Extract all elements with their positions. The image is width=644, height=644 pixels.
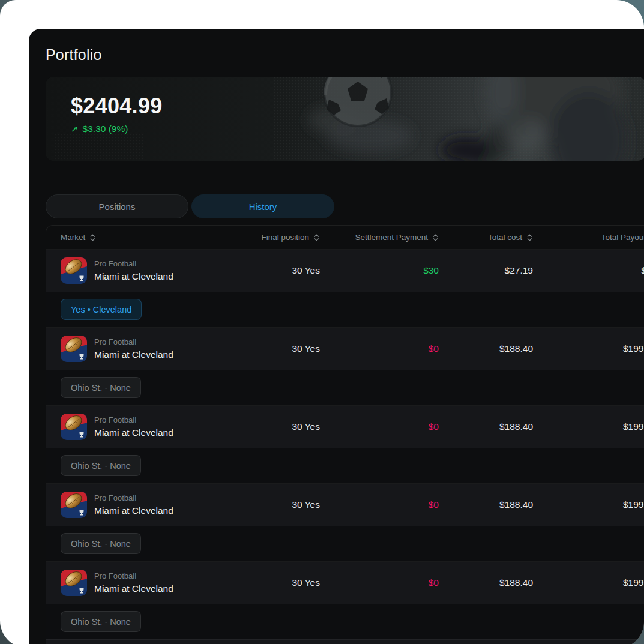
market-name: Miami at Cleveland	[94, 582, 173, 595]
total-cost-value: $188.40	[439, 577, 533, 588]
column-label: Final position	[261, 233, 309, 242]
market-name: Miami at Cleveland	[94, 504, 173, 517]
tab-positions[interactable]: Positions	[46, 194, 188, 218]
final-position-value: 30 Yes	[236, 265, 320, 276]
total-payout-value: $199.40	[533, 421, 644, 432]
final-position-value: 30 Yes	[236, 421, 320, 432]
outcome-badge[interactable]: Ohio St. - None	[61, 611, 141, 632]
history-table: Market Final position Settlement Payment…	[46, 225, 644, 644]
settlement-payment-value: $0	[320, 577, 439, 588]
history-row-group: Pro Football Miami at Cleveland 30 Yes $…	[46, 561, 644, 639]
market-name: Miami at Cleveland	[94, 348, 173, 361]
history-row-group: Pro Football Miami at Cleveland 30 Yes $…	[46, 327, 644, 405]
total-payout-value: $199.40	[533, 499, 644, 510]
market-cell: Pro Football Miami at Cleveland	[46, 492, 236, 518]
pro-football-icon	[61, 570, 87, 596]
trend-up-arrow-icon: ↗	[71, 125, 79, 134]
total-cost-value: $188.40	[439, 421, 533, 432]
table-row[interactable]: Pro Football Miami at Cleveland 30 Yes $…	[46, 562, 644, 604]
settlement-payment-value: $0	[320, 499, 439, 510]
column-header-final-position[interactable]: Final position	[236, 233, 320, 242]
history-row-group: Pro Football Miami at Cleveland 30 Yes $…	[46, 405, 644, 483]
settlement-payment-value: $0	[320, 421, 439, 432]
market-category: Pro Football	[94, 415, 173, 425]
market-cell: Pro Football Miami at Cleveland	[46, 336, 236, 362]
total-cost-value: $188.40	[439, 343, 533, 354]
market-text: Pro Football Miami at Cleveland	[94, 571, 173, 595]
outcome-badge[interactable]: Ohio St. - None	[61, 455, 141, 476]
total-payout-value: $199.40	[533, 343, 644, 354]
outcome-badge[interactable]: Ohio St. - None	[61, 533, 141, 554]
history-row-group: Pro Football Miami at Cleveland 30 Yes $…	[46, 483, 644, 561]
market-text: Pro Football Miami at Cleveland	[94, 493, 173, 517]
market-text: Pro Football Miami at Cleveland	[94, 415, 173, 439]
sort-icon	[432, 233, 439, 242]
market-text: Pro Football Miami at Cleveland	[94, 337, 173, 361]
balance-change-value: $3.30 (9%)	[83, 124, 128, 134]
market-cell: Pro Football Miami at Cleveland	[46, 414, 236, 440]
app-window: Portfolio	[0, 0, 644, 644]
final-position-value: 30 Yes	[236, 343, 320, 354]
table-row[interactable]: Pro Football Miami at Cleveland 30 Yes $…	[46, 328, 644, 370]
table-body: Pro Football Miami at Cleveland 30 Yes $…	[46, 250, 644, 639]
column-header-market[interactable]: Market	[46, 233, 236, 242]
portfolio-panel: Portfolio	[29, 29, 644, 644]
history-row-group: Pro Football Miami at Cleveland 30 Yes $…	[46, 250, 644, 327]
sort-icon	[313, 233, 320, 242]
pro-football-icon	[61, 257, 87, 284]
tab-history[interactable]: History	[191, 194, 334, 218]
pro-football-icon	[61, 492, 87, 518]
market-cell: Pro Football Miami at Cleveland	[46, 570, 236, 596]
table-row[interactable]: Pro Football Miami at Cleveland 30 Yes $…	[46, 406, 644, 448]
table-header: Market Final position Settlement Payment…	[46, 226, 644, 250]
market-category: Pro Football	[94, 571, 173, 581]
column-header-settlement-payment[interactable]: Settlement Payment	[320, 233, 439, 242]
column-header-total-payout[interactable]: Total Payout	[533, 233, 644, 242]
sort-icon	[526, 233, 533, 242]
column-label: Market	[61, 233, 85, 242]
column-label: Total cost	[488, 233, 522, 242]
outcome-row: Ohio St. - None	[46, 370, 644, 405]
column-label: Settlement Payment	[355, 233, 428, 242]
final-position-value: 30 Yes	[236, 499, 320, 510]
outcome-row: Ohio St. - None	[46, 448, 644, 483]
market-category: Pro Football	[94, 259, 173, 269]
sort-icon	[89, 233, 96, 242]
balance-change: ↗ $3.30 (9%)	[71, 124, 644, 134]
pro-football-icon	[61, 414, 87, 440]
settlement-payment-value: $30	[320, 265, 439, 276]
market-name: Miami at Cleveland	[94, 270, 173, 283]
pro-football-icon	[61, 336, 87, 362]
total-payout-value: $199.40	[533, 577, 644, 588]
balance-banner: $2404.99 ↗ $3.30 (9%)	[46, 77, 644, 161]
portfolio-tabs: Positions History	[46, 194, 644, 218]
outcome-row: Ohio St. - None	[46, 604, 644, 639]
total-cost-value: $27.19	[439, 265, 533, 276]
table-row[interactable]: Pro Football Miami at Cleveland 30 Yes $…	[46, 484, 644, 526]
outcome-row: Ohio St. - None	[46, 526, 644, 561]
market-category: Pro Football	[94, 337, 173, 347]
market-name: Miami at Cleveland	[94, 426, 173, 439]
settlement-payment-value: $0	[320, 343, 439, 354]
next-row-clipped	[46, 639, 644, 644]
total-payout-value: $30	[533, 265, 644, 276]
outcome-badge[interactable]: Yes • Cleveland	[61, 299, 142, 320]
market-category: Pro Football	[94, 493, 173, 503]
column-header-total-cost[interactable]: Total cost	[439, 233, 533, 242]
outcome-badge[interactable]: Ohio St. - None	[61, 377, 141, 398]
outcome-row: Yes • Cleveland	[46, 292, 644, 327]
balance-amount: $2404.99	[71, 94, 644, 119]
table-row[interactable]: Pro Football Miami at Cleveland 30 Yes $…	[46, 250, 644, 292]
market-text: Pro Football Miami at Cleveland	[94, 259, 173, 283]
market-cell: Pro Football Miami at Cleveland	[46, 257, 236, 284]
page-title: Portfolio	[46, 44, 644, 65]
total-cost-value: $188.40	[439, 499, 533, 510]
column-label: Total Payout	[601, 233, 644, 242]
final-position-value: 30 Yes	[236, 577, 320, 588]
